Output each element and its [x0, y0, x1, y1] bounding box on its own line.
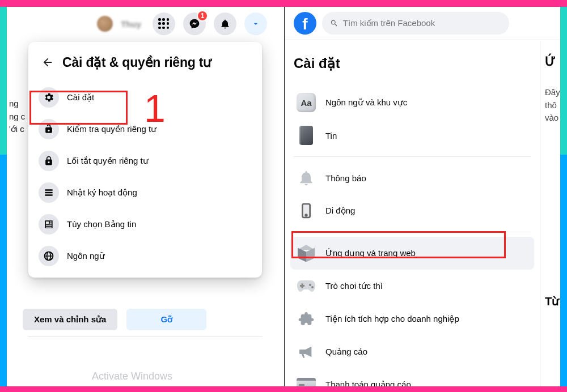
menu-grid-button[interactable] — [153, 12, 175, 35]
story-icon — [296, 125, 316, 146]
puzzle-icon — [296, 309, 316, 329]
fb-topbar-left: Thuy 1 — [7, 7, 284, 41]
dropdown-item-language[interactable]: Ngôn ngữ — [34, 240, 256, 272]
settings-dropdown: Cài đặt & quyền riêng tư Cài đặt Kiểm tr… — [28, 42, 262, 278]
gear-icon — [43, 92, 54, 103]
settings-item-notifications[interactable]: Thông báo — [290, 161, 534, 194]
settings-item-label: Tin — [325, 131, 337, 140]
remove-button[interactable]: Gỡ — [126, 309, 206, 330]
grid-icon — [158, 18, 170, 29]
svg-point-2 — [309, 284, 311, 286]
left-panel: Thuy 1 ng ng c 'ới c — [7, 7, 285, 386]
search-icon — [330, 19, 338, 28]
card-actions: Xem và chỉnh sửa Gỡ — [23, 309, 206, 330]
dropdown-item-privacy-shortcuts[interactable]: Lối tắt quyền riêng tư — [34, 145, 256, 177]
card-icon — [296, 374, 316, 386]
messenger-button[interactable]: 1 — [183, 12, 206, 35]
right-edge-peek: Ứ Đây thô vào Từ — [540, 41, 560, 386]
separator — [294, 232, 531, 232]
arrow-left-icon — [41, 56, 54, 69]
settings-item-business-integrations[interactable]: Tiện ích tích hợp cho doanh nghiệp — [290, 302, 534, 335]
settings-item-language-region[interactable]: Aa Ngôn ngữ và khu vực — [290, 86, 534, 119]
settings-item-label: Thanh toán quảng cáo — [325, 380, 411, 386]
dropdown-item-label: Ngôn ngữ — [67, 251, 105, 261]
left-edge-peek: ng ng c 'ới c — [7, 97, 27, 136]
phone-icon — [296, 201, 316, 221]
avatar-name: Thuy — [121, 19, 141, 29]
dropdown-header: Cài đặt & quyền riêng tư — [34, 50, 256, 82]
avatar[interactable] — [97, 16, 113, 32]
dropdown-item-newsfeed-prefs[interactable]: Tùy chọn Bảng tin — [34, 208, 256, 240]
svg-point-1 — [306, 215, 307, 216]
newsfeed-icon — [43, 219, 54, 230]
dropdown-item-label: Nhật ký hoạt động — [67, 188, 137, 198]
decorative-bottom-strip — [0, 386, 567, 392]
fb-topbar-right: f — [285, 7, 560, 40]
settings-item-ad-payments[interactable]: Thanh toán quảng cáo — [290, 368, 534, 386]
activate-windows-watermark: Activate Windows — [92, 370, 172, 382]
messenger-badge: 1 — [197, 10, 208, 22]
caret-down-icon — [251, 19, 260, 28]
dropdown-item-activity-log[interactable]: Nhật ký hoạt động — [34, 177, 256, 208]
lock-icon — [43, 155, 54, 167]
settings-item-label: Thông báo — [325, 173, 366, 183]
settings-item-label: Tiện ích tích hợp cho doanh nghiệp — [325, 314, 459, 324]
megaphone-icon — [296, 342, 316, 362]
account-menu-button[interactable] — [244, 12, 267, 35]
decorative-top-strip — [0, 0, 567, 7]
dropdown-item-label: Cài đặt — [67, 92, 94, 103]
bell-icon — [219, 18, 231, 29]
settings-item-mobile[interactable]: Di động — [290, 194, 534, 227]
settings-item-instant-games[interactable]: Trò chơi tức thì — [290, 270, 534, 302]
dropdown-item-label: Lối tắt quyền riêng tư — [67, 156, 149, 166]
back-button[interactable] — [39, 53, 57, 71]
view-edit-button[interactable]: Xem và chỉnh sửa — [23, 309, 117, 330]
canvas: Thuy 1 ng ng c 'ới c — [7, 7, 560, 386]
dropdown-title: Cài đặt & quyền riêng tư — [62, 55, 211, 70]
settings-item-label: Di động — [325, 206, 355, 216]
settings-list: Aa Ngôn ngữ và khu vực Tin Thông báo Di … — [290, 86, 534, 386]
unlock-icon — [43, 123, 54, 135]
svg-point-3 — [311, 286, 314, 288]
svg-rect-5 — [302, 284, 303, 288]
right-panel: f Cài đặt Aa Ngôn ngữ và khu vực Tin Thô… — [285, 7, 560, 386]
settings-item-label: Quảng cáo — [325, 347, 367, 357]
aa-icon: Aa — [296, 92, 316, 113]
dropdown-item-label: Kiểm tra quyền riêng tư — [67, 124, 156, 134]
bell-icon — [296, 168, 316, 188]
globe-icon — [43, 250, 54, 262]
facebook-logo[interactable]: f — [294, 12, 316, 35]
settings-item-apps-websites[interactable]: Ứng dụng và trang web — [290, 237, 534, 270]
list-icon — [43, 187, 54, 198]
step-1-label: 1 — [144, 86, 166, 130]
notifications-button[interactable] — [214, 12, 236, 35]
settings-item-label: Ứng dụng và trang web — [325, 248, 416, 258]
cube-icon — [296, 243, 316, 263]
f-glyph: f — [302, 16, 307, 32]
settings-item-stories[interactable]: Tin — [290, 119, 534, 152]
settings-item-label: Trò chơi tức thì — [325, 281, 383, 291]
settings-item-ads[interactable]: Quảng cáo — [290, 335, 534, 368]
search-input[interactable] — [343, 18, 501, 28]
controller-icon — [296, 276, 316, 296]
dropdown-item-label: Tùy chọn Bảng tin — [67, 219, 136, 229]
separator — [28, 336, 263, 337]
separator — [294, 156, 531, 157]
search-bar[interactable] — [322, 12, 509, 35]
settings-item-label: Ngôn ngữ và khu vực — [325, 97, 407, 108]
settings-title: Cài đặt — [294, 56, 340, 71]
